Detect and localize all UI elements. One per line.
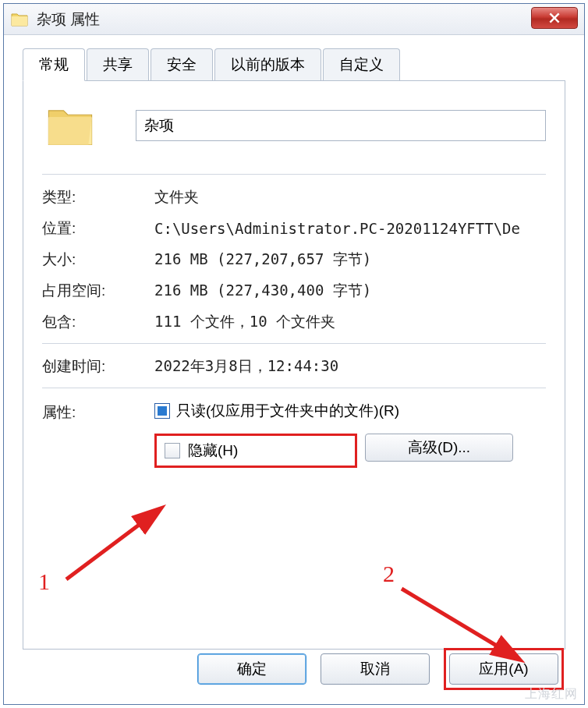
watermark: 上海红网 — [525, 686, 578, 703]
label-size: 大小: — [42, 250, 154, 270]
tab-customize[interactable]: 自定义 — [323, 48, 400, 80]
tabs: 常规 共享 安全 以前的版本 自定义 — [23, 48, 565, 81]
folder-icon — [10, 10, 29, 29]
tab-share[interactable]: 共享 — [87, 48, 149, 80]
readonly-checkbox[interactable] — [154, 403, 170, 419]
separator — [42, 343, 546, 344]
titlebar: 杂项 属性 — [4, 4, 584, 35]
tab-label: 共享 — [103, 56, 133, 73]
hidden-highlight-box: 隐藏(H) — [154, 434, 357, 468]
value-size: 216 MB (227,207,657 字节) — [154, 250, 546, 270]
button-label: 应用(A) — [479, 660, 528, 677]
ok-button[interactable]: 确定 — [197, 653, 306, 685]
label-type: 类型: — [42, 187, 154, 207]
close-button[interactable] — [531, 7, 578, 29]
button-label: 高级(D)... — [408, 439, 470, 455]
folder-large-icon — [44, 99, 97, 152]
tab-label: 自定义 — [339, 56, 384, 73]
label-location: 位置: — [42, 218, 154, 239]
label-created: 创建时间: — [42, 356, 154, 377]
button-label: 取消 — [360, 660, 390, 677]
annotation-2: 2 — [383, 561, 395, 587]
button-label: 确定 — [237, 660, 267, 677]
value-location: C:\Users\Administrator.PC-20201124YFTT\D… — [154, 220, 546, 237]
hidden-label: 隐藏(H) — [188, 441, 238, 461]
tab-label: 以前的版本 — [231, 56, 305, 73]
readonly-label: 只读(仅应用于文件夹中的文件)(R) — [176, 401, 399, 421]
value-contains: 111 个文件，10 个文件夹 — [154, 312, 546, 332]
properties-dialog: 杂项 属性 常规 共享 安全 以前的版本 自定义 — [3, 3, 585, 705]
label-attributes: 属性: — [42, 401, 154, 423]
tab-label: 常规 — [39, 56, 69, 73]
hidden-checkbox[interactable] — [165, 443, 180, 458]
window-title: 杂项 属性 — [37, 9, 100, 30]
dialog-content: 常规 共享 安全 以前的版本 自定义 类型: 文件夹 位置: — [4, 35, 584, 662]
readonly-row: 只读(仅应用于文件夹中的文件)(R) — [154, 401, 513, 421]
folder-name-input[interactable] — [136, 110, 546, 141]
value-size-on-disk: 216 MB (227,430,400 字节) — [154, 281, 546, 301]
close-icon — [547, 11, 561, 25]
annotation-1: 1 — [38, 568, 50, 595]
dialog-buttons: 确定 取消 应用(A) — [197, 648, 564, 690]
general-panel: 类型: 文件夹 位置: C:\Users\Administrator.PC-20… — [23, 80, 565, 650]
separator — [42, 388, 546, 388]
apply-button[interactable]: 应用(A) — [449, 653, 558, 685]
cancel-button[interactable]: 取消 — [321, 653, 430, 685]
value-created: 2022年3月8日，12:44:30 — [154, 356, 546, 377]
apply-highlight-box: 应用(A) — [444, 648, 564, 690]
label-contains: 包含: — [42, 312, 154, 332]
tab-previous-versions[interactable]: 以前的版本 — [214, 48, 321, 80]
tab-security[interactable]: 安全 — [151, 48, 213, 80]
tab-label: 安全 — [167, 56, 197, 73]
advanced-button[interactable]: 高级(D)... — [365, 434, 513, 462]
label-size-on-disk: 占用空间: — [42, 281, 154, 301]
tab-general[interactable]: 常规 — [23, 48, 85, 81]
value-type: 文件夹 — [154, 187, 546, 207]
separator — [42, 174, 546, 175]
